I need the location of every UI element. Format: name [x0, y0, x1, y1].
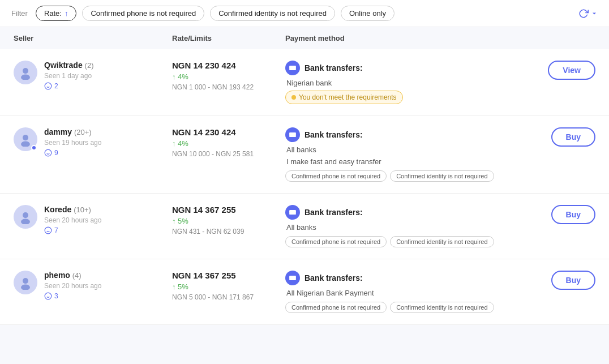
- trade-row: phemo (4)Seen 20 hours ago 3NGN 14 367 2…: [0, 259, 609, 325]
- col-payment-header: Payment method: [285, 34, 595, 42]
- smile-icon: [44, 82, 52, 90]
- seller-feedback: 9: [44, 149, 101, 157]
- avatar: [14, 61, 37, 84]
- seller-info: phemo (4)Seen 20 hours ago 3: [44, 271, 101, 300]
- online-filter-button[interactable]: Online only: [341, 6, 394, 21]
- warning-badge: You don't meet the requirements: [285, 91, 403, 104]
- rate-amount: NGN 14 367 255: [172, 271, 285, 280]
- payment-icon: [285, 127, 300, 142]
- table-header: Seller Rate/Limits Payment method: [0, 27, 609, 49]
- payment-sub: I make fast and easy transfer: [285, 157, 527, 166]
- warning-text: You don't meet the requirements: [299, 93, 397, 101]
- refresh-icon: [578, 8, 589, 19]
- svg-point-23: [45, 293, 52, 299]
- rate-percent: ↑ 5%: [172, 282, 285, 291]
- rate-filter-button[interactable]: Rate: ↑: [36, 6, 77, 21]
- refresh-button[interactable]: [578, 8, 598, 19]
- svg-point-16: [45, 227, 52, 234]
- tag-badge: Confirmed phone is not required: [285, 236, 387, 247]
- tag-badges: Confirmed phone is not requiredConfirmed…: [285, 170, 527, 182]
- identity-filter-button[interactable]: Confirmed identity is not required: [210, 6, 335, 21]
- tag-badge: Confirmed identity is not required: [390, 236, 494, 247]
- payment-header: Bank transfers:: [285, 271, 527, 285]
- seller-trade-count: (2): [85, 61, 94, 70]
- payment-icon: [285, 271, 300, 285]
- svg-rect-5: [289, 66, 296, 70]
- rate-limits: NGN 431 - NGN 62 039: [172, 228, 285, 235]
- rate-cell: NGN 14 367 255↑ 5%NGN 431 - NGN 62 039: [172, 205, 285, 235]
- rate-amount: NGN 14 367 255: [172, 205, 285, 215]
- payment-header: Bank transfers:: [285, 127, 527, 142]
- rate-percent: ↑ 4%: [172, 72, 285, 81]
- seller-trade-count: (20+): [74, 128, 92, 136]
- action-cell: Buy: [527, 127, 595, 147]
- seller-info: dammy (20+)Seen 19 hours ago 9: [44, 127, 101, 157]
- buy-button[interactable]: Buy: [551, 205, 595, 224]
- avatar: [14, 205, 37, 229]
- svg-point-0: [23, 68, 28, 74]
- svg-rect-26: [289, 276, 296, 280]
- seller-cell: dammy (20+)Seen 19 hours ago 9: [14, 127, 172, 157]
- rate-percent: ↑ 4%: [172, 139, 285, 148]
- seller-feedback: 2: [44, 82, 93, 90]
- payment-cell: Bank transfers: All Nigerian Bank Paymen…: [285, 271, 527, 313]
- payment-title: Bank transfers:: [304, 63, 363, 72]
- smile-icon: [44, 149, 52, 157]
- seller-cell: phemo (4)Seen 20 hours ago 3: [14, 271, 172, 300]
- svg-point-15: [21, 219, 30, 224]
- tag-badge: Confirmed phone is not required: [285, 170, 387, 182]
- rate-limits: NGN 1 000 - NGN 193 422: [172, 83, 285, 91]
- rate-percent: ↑ 5%: [172, 217, 285, 225]
- seller-name: phemo (4): [44, 271, 101, 280]
- buy-button[interactable]: Buy: [551, 271, 595, 290]
- payment-title: Bank transfers:: [304, 273, 363, 282]
- tag-badges: Confirmed phone is not requiredConfirmed…: [285, 236, 527, 247]
- svg-rect-12: [289, 132, 296, 137]
- payment-header: Bank transfers:: [285, 205, 527, 220]
- payment-sub: All Nigerian Bank Payment: [285, 289, 527, 297]
- online-indicator: [31, 145, 37, 151]
- phone-filter-button[interactable]: Confirmed phone is not required: [82, 6, 204, 21]
- col-rate-header: Rate/Limits: [172, 34, 285, 42]
- payment-sub: All banks: [285, 145, 527, 154]
- col-seller-header: Seller: [14, 34, 172, 42]
- seller-name: Qwiktrade (2): [44, 61, 93, 70]
- seller-feedback: 7: [44, 226, 101, 234]
- seller-trade-count: (4): [72, 271, 82, 280]
- rate-cell: NGN 14 367 255↑ 5%NGN 5 000 - NGN 171 86…: [172, 271, 285, 301]
- payment-cell: Bank transfers: Nigerian bankYou don't m…: [285, 61, 527, 104]
- rate-amount: NGN 14 230 424: [172, 127, 285, 137]
- seller-name: dammy (20+): [44, 127, 101, 136]
- smile-icon: [44, 292, 52, 300]
- trade-list: Qwiktrade (2)Seen 1 day ago 2NGN 14 230 …: [0, 49, 609, 325]
- smile-icon: [44, 226, 52, 234]
- tag-badge: Confirmed identity is not required: [390, 170, 494, 182]
- rate-limits: NGN 10 000 - NGN 25 581: [172, 150, 285, 158]
- payment-icon: [285, 205, 300, 220]
- action-cell: Buy: [527, 271, 595, 290]
- payment-sub: Nigerian bank: [285, 79, 527, 87]
- action-cell: View: [527, 61, 595, 80]
- seller-seen-time: Seen 19 hours ago: [44, 139, 101, 147]
- buy-button[interactable]: Buy: [551, 127, 595, 147]
- seller-seen-time: Seen 20 hours ago: [44, 282, 101, 290]
- payment-cell: Bank transfers: All banksI make fast and…: [285, 127, 527, 182]
- feedback-count: 7: [54, 226, 58, 234]
- view-button[interactable]: View: [548, 61, 595, 80]
- avatar: [14, 127, 37, 151]
- seller-info: Qwiktrade (2)Seen 1 day ago 2: [44, 61, 93, 90]
- payment-sub: All banks: [285, 223, 527, 232]
- tag-badge: Confirmed phone is not required: [285, 302, 387, 313]
- trade-row: dammy (20+)Seen 19 hours ago 9NGN 14 230…: [0, 116, 609, 194]
- svg-point-7: [23, 135, 28, 140]
- feedback-count: 3: [54, 292, 58, 300]
- svg-point-14: [23, 212, 28, 218]
- svg-point-9: [45, 149, 52, 156]
- svg-point-21: [23, 278, 28, 284]
- payment-header: Bank transfers:: [285, 61, 527, 75]
- rate-limits: NGN 5 000 - NGN 171 867: [172, 293, 285, 301]
- filter-label: Filter: [11, 9, 28, 18]
- svg-point-2: [45, 83, 52, 89]
- seller-cell: Qwiktrade (2)Seen 1 day ago 2: [14, 61, 172, 90]
- tag-badges: Confirmed phone is not requiredConfirmed…: [285, 302, 527, 313]
